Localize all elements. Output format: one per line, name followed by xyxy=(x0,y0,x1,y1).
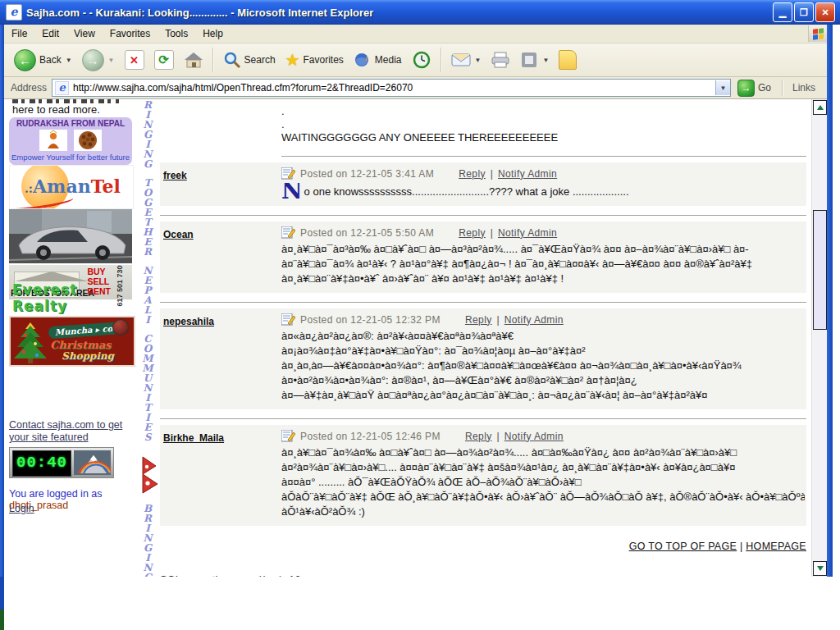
screen: e Sajha.com - - Kurakani: Looking.......… xyxy=(0,0,840,630)
rudraksha-tagline: Empower Yourself for better future xyxy=(9,153,132,162)
login-link[interactable]: Login xyxy=(9,503,34,514)
favorites-label: Favorites xyxy=(304,54,344,66)
post-author-link[interactable]: Ocean xyxy=(163,229,194,240)
post-row: Birkhe_Maila Posted on 12-21-05 12:46 PM… xyxy=(160,425,806,526)
contact-featured-link[interactable]: Contact sajha.com to get your site featu… xyxy=(9,419,137,444)
car-ad-image[interactable] xyxy=(9,209,132,263)
print-button[interactable] xyxy=(486,48,515,71)
menu-item-view[interactable]: View xyxy=(66,25,103,42)
post-body: à¤¸à¥□à¤¯à¤¾à¤‰ à¤□à¥ˆà¤□ à¤—à¤¾à¤²à¤¾..… xyxy=(281,445,805,519)
history-button[interactable] xyxy=(407,48,436,72)
homepage-link[interactable]: HOMEPAGE xyxy=(746,541,806,552)
desktop-sliver xyxy=(0,609,4,630)
search-button[interactable]: Search xyxy=(218,48,281,71)
scrollbar-thumb[interactable] xyxy=(813,210,827,330)
nepal-flag-icon xyxy=(142,456,158,497)
vertical-banner-word: RINGING xyxy=(144,100,153,169)
menu-item-file[interactable]: File xyxy=(4,25,34,42)
vertical-banner: RINGINGTOGETHERNEPALICOMMUNITIES BRINGIN… xyxy=(137,99,158,577)
sidebar: here to read more. RUDRAKSHA FROM NEPAL xyxy=(4,99,137,577)
amantel-ad[interactable]: .:AmanTel xyxy=(9,165,134,209)
main-content: . . WAITINGGGGGGG ANY ONEEEEE THEREEEEEE… xyxy=(158,99,811,577)
refresh-button[interactable]: ⟳ xyxy=(149,48,179,72)
post-row: nepesahila Posted on 12-21-05 12:32 PM R… xyxy=(160,308,806,409)
window-title: Sajha.com - - Kurakani: Looking.........… xyxy=(26,7,773,19)
globe-image xyxy=(112,319,129,336)
reply-link[interactable]: Reply xyxy=(459,227,486,239)
toolbar: ← Back ▼ → ▼ ✕ ⟳ xyxy=(4,43,827,77)
post-author-link[interactable]: freek xyxy=(163,170,187,181)
scroll-down-button[interactable] xyxy=(813,561,827,576)
back-label: Back xyxy=(39,54,62,66)
muncha-christmas-ad[interactable]: Muncha ▸ com Christmas Shopping xyxy=(9,316,135,367)
post-row: Ocean Posted on 12-21-05 5:50 AM Reply |… xyxy=(160,221,806,293)
mail-icon xyxy=(451,52,471,67)
ie-window: e Sajha.com - - Kurakani: Looking.......… xyxy=(0,0,840,577)
notify-admin-link[interactable]: Notify Admin xyxy=(498,168,557,180)
mountain-rainbow-image xyxy=(74,450,111,475)
stop-button[interactable]: ✕ xyxy=(120,48,149,72)
edit-chevron-icon: ▼ xyxy=(542,57,549,64)
amantel-logo: .:AmanTel xyxy=(25,176,121,197)
address-label: Address xyxy=(11,82,47,94)
reply-link[interactable]: Reply xyxy=(465,314,492,326)
menu-items: FileEditViewFavoritesToolsHelp xyxy=(4,25,231,42)
reply-link[interactable]: Reply xyxy=(459,168,486,180)
close-button[interactable]: ✕ xyxy=(815,2,835,22)
everest-realty-ad[interactable]: FOR BOSTON AREA BUYSELLRENT 617 501 7309… xyxy=(9,265,132,314)
post-header: Posted on 12-21-05 12:32 PM Reply | Noti… xyxy=(281,312,805,327)
edit-icon xyxy=(520,51,538,69)
post-note-icon xyxy=(281,430,295,442)
address-bar: Address e http://www.sajha.com/sajha/htm… xyxy=(4,77,827,98)
rudraksha-ad[interactable]: RUDRAKSHA FROM NEPAL Empower Yourself fo… xyxy=(9,117,132,165)
post-header: Posted on 12-21-05 3:41 AM Reply | Notif… xyxy=(281,166,805,181)
messenger-button[interactable] xyxy=(554,48,582,72)
posted-on-text: Posted on 12-21-05 12:46 PM xyxy=(300,431,441,442)
media-button[interactable]: ♪ Media xyxy=(349,48,407,71)
posted-on-text: Posted on 12-21-05 12:32 PM xyxy=(300,314,441,326)
menu-item-edit[interactable]: Edit xyxy=(34,25,66,42)
address-url: http://www.sajha.com/sajha/html/OpenThre… xyxy=(73,82,413,94)
mail-chevron-icon: ▼ xyxy=(475,57,482,64)
forward-button[interactable]: → ▼ xyxy=(77,47,120,74)
maximize-button[interactable]: ❒ xyxy=(794,2,814,22)
menu-item-tools[interactable]: Tools xyxy=(158,25,195,42)
phone-card-ad[interactable]: 00:40 xyxy=(9,447,114,478)
address-dropdown-button[interactable]: ▼ xyxy=(715,80,730,95)
notify-admin-link[interactable]: Notify Admin xyxy=(498,227,557,239)
edit-button[interactable]: ▼ xyxy=(515,48,554,71)
go-to-top-link[interactable]: GO TO TOP OF PAGE xyxy=(629,541,737,552)
page-scrollbar[interactable] xyxy=(811,99,827,577)
scroll-up-button[interactable] xyxy=(813,100,827,115)
mail-button[interactable]: ▼ xyxy=(446,50,486,70)
post-author-link[interactable]: Birkhe_Maila xyxy=(163,432,224,444)
countdown-clock: 00:40 xyxy=(12,450,71,477)
christmas-tree-image xyxy=(14,321,47,367)
post-author-link[interactable]: nepesahila xyxy=(163,316,214,327)
menu-item-help[interactable]: Help xyxy=(195,25,231,42)
notify-admin-link[interactable]: Notify Admin xyxy=(504,314,564,326)
search-label: Search xyxy=(244,54,276,66)
search-icon xyxy=(223,51,241,69)
address-input[interactable]: e http://www.sajha.com/sajha/html/OpenTh… xyxy=(52,79,731,97)
window-right-border xyxy=(827,25,833,577)
rudraksha-title: RUDRAKSHA FROM NEPAL xyxy=(9,119,132,128)
thread-opening-text: . . WAITINGGGGGGG ANY ONEEEEE THEREEEEEE… xyxy=(160,99,806,144)
menu-item-favorites[interactable]: Favorites xyxy=(103,25,158,42)
links-toolbar[interactable]: Links xyxy=(788,82,824,94)
favorites-star-icon: ★ xyxy=(285,50,300,70)
reply-link[interactable]: Reply xyxy=(465,431,492,442)
home-button[interactable] xyxy=(179,48,208,71)
back-button[interactable]: ← Back ▼ xyxy=(9,47,77,74)
window-border-sliver xyxy=(0,577,4,609)
go-button[interactable]: → Go xyxy=(731,80,778,97)
svg-text:♪: ♪ xyxy=(364,53,368,62)
vertical-banner-word: BRINGING xyxy=(144,504,153,577)
stop-icon: ✕ xyxy=(125,50,144,70)
minimize-button[interactable]: ▁ xyxy=(773,2,792,22)
ie-page-icon: e xyxy=(6,4,22,21)
post-divider xyxy=(160,418,806,419)
favorites-button[interactable]: ★ Favorites xyxy=(281,48,349,72)
notify-admin-link[interactable]: Notify Admin xyxy=(504,431,564,442)
footer-links: GO TO TOP OF PAGE | HOMEPAGE xyxy=(160,541,806,552)
